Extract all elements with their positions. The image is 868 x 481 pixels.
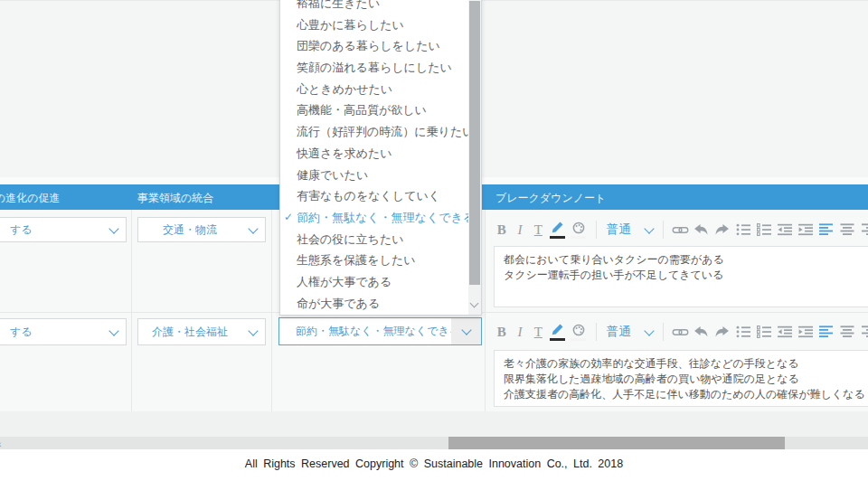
toolbar-separator	[663, 221, 664, 239]
undo-icon	[693, 224, 709, 236]
column-border	[271, 210, 272, 411]
font-color-button[interactable]	[551, 320, 565, 344]
dropdown-option[interactable]: 生態系を保護をしたい	[280, 250, 481, 271]
link-button[interactable]	[674, 320, 688, 344]
chevron-down-icon	[644, 223, 654, 233]
dropdown-scrollbar-thumb[interactable]	[469, 1, 480, 285]
italic-button[interactable]: I	[514, 320, 525, 344]
italic-button[interactable]: I	[514, 218, 525, 241]
outdent-icon	[778, 223, 792, 236]
align-center-icon	[840, 223, 854, 236]
align-center-button[interactable]	[840, 320, 854, 344]
note-line: 介護支援者の高齢化、人手不足に伴い移動のための人の確保が難しくなる	[504, 387, 868, 402]
breakdown-note-editor-row2[interactable]: 老々介護の家族の効率的な交通手段、往診などの手段となる 限界集落化した過疎地域の…	[494, 350, 868, 407]
redo-button[interactable]	[715, 320, 730, 344]
numbered-list-icon	[757, 223, 771, 236]
checkmark-icon: ✓	[284, 207, 293, 229]
row2-promotion-select[interactable]: する	[0, 318, 127, 345]
row2-business-domain-select[interactable]: 介護・社会福祉	[137, 318, 266, 345]
align-right-button[interactable]	[861, 218, 868, 241]
bullet-list-button[interactable]	[736, 218, 750, 241]
dropdown-option[interactable]: 快適さを求めたい	[280, 143, 481, 165]
horizontal-scrollbar[interactable]: ‹	[0, 437, 868, 449]
underline-button[interactable]: T	[533, 320, 544, 344]
select-value: する	[0, 325, 102, 340]
outdent-icon	[778, 325, 792, 338]
bold-button[interactable]: B	[495, 320, 507, 344]
bullet-list-icon	[736, 223, 750, 236]
outdent-button[interactable]	[778, 218, 792, 241]
chevron-down-icon	[248, 223, 258, 233]
toolbar-separator	[596, 221, 597, 239]
row1-promotion-select[interactable]: する	[0, 217, 127, 242]
scroll-down-icon[interactable]	[470, 299, 479, 308]
underline-button[interactable]: T	[533, 218, 544, 241]
palette-icon	[571, 324, 586, 336]
dropdown-option[interactable]: 裕福に生きたい	[280, 0, 481, 14]
align-right-button[interactable]	[861, 320, 868, 344]
row1-business-domain-select[interactable]: 交通・物流	[137, 217, 266, 242]
chevron-down-icon	[461, 325, 471, 335]
dropdown-option[interactable]: 流行（好評判の時流）に乗りたい	[280, 121, 481, 143]
font-color-button[interactable]	[551, 218, 565, 241]
pencil-icon	[551, 323, 564, 336]
dropdown-option[interactable]: 命が大事である	[280, 293, 481, 315]
dropdown-option[interactable]: 有害なものをなくしていく	[280, 185, 481, 207]
dropdown-option[interactable]: 健康でいたい	[280, 165, 481, 186]
select-value: 節約・無駄なく・無理なくできる	[279, 324, 451, 339]
dropdown-option-selected[interactable]: ✓ 節約・無駄なく・無理なくできる	[280, 207, 481, 229]
highlight-color-bar	[571, 338, 586, 341]
align-center-icon	[840, 325, 854, 338]
row2-value-select-open[interactable]: 節約・無駄なく・無理なくできる	[278, 317, 482, 345]
horizontal-scrollbar-thumb[interactable]	[448, 437, 785, 449]
bold-button[interactable]: B	[495, 218, 507, 241]
chevron-down-icon	[108, 223, 118, 233]
dropdown-scrollbar[interactable]	[468, 0, 481, 315]
highlight-color-button[interactable]	[571, 218, 586, 241]
column-header-breakdown-note: ブレークダウンノート	[495, 191, 606, 206]
align-left-icon	[819, 325, 834, 338]
chevron-down-icon	[108, 325, 118, 335]
align-left-icon	[819, 223, 834, 236]
dropdown-option[interactable]: 笑顔の溢れる暮らしにしたい	[280, 57, 481, 79]
highlight-color-button[interactable]	[571, 320, 586, 344]
font-color-bar	[550, 338, 565, 341]
select-value: 介護・社会福祉	[138, 325, 241, 340]
dropdown-option[interactable]: 高機能・高品質が欲しい	[280, 99, 481, 121]
font-color-bar	[550, 236, 565, 239]
numbered-list-button[interactable]	[757, 218, 771, 241]
redo-button[interactable]	[715, 218, 730, 241]
align-center-button[interactable]	[840, 218, 854, 241]
bullet-list-button[interactable]	[736, 320, 750, 344]
paragraph-format-dropdown[interactable]: 普通	[607, 218, 653, 241]
outdent-button[interactable]	[778, 320, 792, 344]
link-button[interactable]	[674, 218, 688, 241]
align-left-button[interactable]	[819, 218, 834, 241]
scroll-left-icon[interactable]: ‹	[0, 439, 1, 449]
dropdown-option[interactable]: 心豊かに暮らしたい	[280, 14, 481, 36]
indent-icon	[798, 325, 813, 338]
bottom-gutter	[0, 411, 868, 437]
dropdown-option[interactable]: 心ときめかせたい	[280, 79, 481, 100]
app-window: の進化の促進 事業領域の統合 ブレークダウンノート する 交通・物流 する 介護…	[0, 0, 868, 481]
align-left-button[interactable]	[819, 320, 834, 344]
dropdown-list: 裕福に生きたい 心豊かに暮らしたい 団欒のある暮らしをしたい 笑顔の溢れる暮らし…	[280, 0, 481, 314]
chevron-down-icon	[248, 325, 258, 335]
undo-button[interactable]	[694, 218, 709, 241]
select-value: 交通・物流	[138, 222, 241, 238]
value-dropdown-panel: 裕福に生きたい 心豊かに暮らしたい 団欒のある暮らしをしたい 笑顔の溢れる暮らし…	[279, 0, 482, 316]
dropdown-option[interactable]: 人権が大事である	[280, 271, 481, 293]
dropdown-option[interactable]: 社会の役に立ちたい	[280, 229, 481, 250]
indent-button[interactable]	[798, 218, 813, 241]
breakdown-note-editor-row1[interactable]: 都会において乗り合いタクシーの需要がある タクシー運転手の担い手が不足してきてい…	[494, 246, 868, 307]
link-icon	[672, 225, 689, 235]
copyright-text: All Rights Reserved Copyright © Sustaina…	[0, 457, 868, 470]
editor-toolbar: B I T 普通	[495, 216, 868, 243]
undo-button[interactable]	[694, 320, 709, 344]
dropdown-option[interactable]: 団欒のある暮らしをしたい	[280, 35, 481, 57]
numbered-list-button[interactable]	[757, 320, 771, 344]
indent-button[interactable]	[798, 320, 813, 344]
toolbar-separator	[596, 323, 597, 341]
paragraph-format-dropdown[interactable]: 普通	[607, 320, 653, 344]
redo-icon	[714, 224, 730, 236]
